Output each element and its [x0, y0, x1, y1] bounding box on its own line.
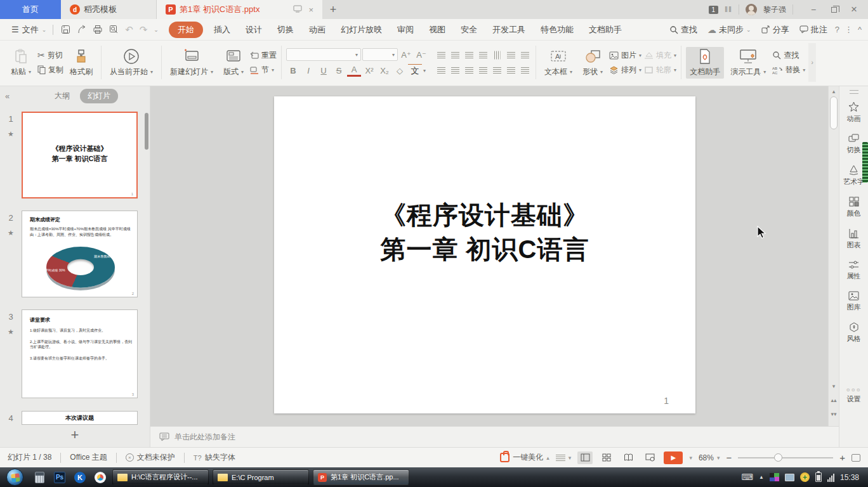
task-list-icon[interactable]: ‖‖ — [725, 5, 732, 14]
clock[interactable]: 15:38 — [840, 473, 859, 482]
paste-button[interactable]: 粘贴▾ — [7, 47, 35, 79]
new-slide-button[interactable]: 新建幻灯片▾ — [166, 47, 217, 79]
panel-scrollbar[interactable] — [145, 113, 148, 150]
share-button[interactable]: 分享 — [759, 24, 792, 36]
menu-tab-design[interactable]: 设计 — [239, 22, 269, 38]
sidebar-item-wordart[interactable]: 艺术字 — [843, 165, 864, 186]
next-slide-icon[interactable]: ▾▾ — [829, 411, 839, 417]
line-spacing-button[interactable] — [504, 65, 517, 75]
taskbar-window-explorer-1[interactable]: H:\C语言程序设计--... — [112, 469, 209, 485]
italic-button[interactable]: I — [301, 64, 315, 77]
pin-tab-icon[interactable] — [293, 5, 302, 13]
format-painter-button[interactable]: 格式刷 — [66, 47, 96, 79]
outline-tab[interactable]: 大纲 — [47, 89, 77, 103]
file-menu[interactable]: ☰ 文件 ⌄ — [6, 24, 51, 36]
theme-name[interactable]: Office 主题 — [70, 452, 107, 463]
zoom-level[interactable]: 68% ▾ — [699, 453, 720, 462]
bold-button[interactable]: B — [286, 64, 300, 77]
user-avatar[interactable] — [746, 4, 757, 15]
superscript-button[interactable]: X² — [362, 64, 376, 77]
replace-button[interactable]: ABAC替换▾ — [772, 65, 805, 75]
align-left-button[interactable] — [435, 65, 447, 75]
justify-button[interactable] — [477, 65, 489, 75]
slide-counter[interactable]: 幻灯片 1 / 38 — [8, 452, 51, 463]
sidebar-item-settings[interactable]: ○○○ 设置 — [839, 386, 868, 404]
outline-button[interactable]: 轮廓▾ — [644, 65, 676, 75]
zoom-in-button[interactable]: + — [839, 452, 845, 463]
phonetic-guide-button[interactable]: 文 — [408, 64, 422, 77]
arrange-button[interactable]: 排列▾ — [609, 65, 641, 75]
tab-document[interactable]: P 第1章 初识C语言.pptx × — [156, 0, 322, 19]
text-direction-button[interactable] — [490, 49, 503, 60]
menu-tab-insert[interactable]: 插入 — [207, 22, 237, 38]
menu-tab-view[interactable]: 视图 — [422, 22, 452, 38]
sidebar-item-chart[interactable]: 图表 — [847, 228, 861, 250]
taskbar-wps-icon[interactable] — [92, 469, 109, 486]
close-window-button[interactable]: × — [845, 3, 863, 16]
slide-thumbnail-1[interactable]: 《程序设计基础》 第一章 初识C语言 1 — [22, 112, 138, 198]
undo-icon[interactable]: ↶ — [125, 24, 133, 36]
reading-view-button[interactable] — [621, 451, 636, 464]
decrease-font-button[interactable]: A⁻ — [414, 48, 428, 61]
network-signal-icon[interactable] — [827, 473, 834, 482]
slide-title-text[interactable]: 《程序设计基础》 第一章 初识C语言 — [274, 198, 695, 266]
close-tab-icon[interactable]: × — [308, 5, 313, 15]
vertical-scrollbar[interactable]: ▴ ▾ ▴▴ ▾▾ — [828, 86, 839, 426]
increase-font-button[interactable]: A⁺ — [399, 48, 413, 61]
columns-button[interactable] — [504, 49, 517, 60]
doc-assistant-button[interactable]: 文档助手 — [686, 47, 724, 79]
collapse-ribbon-icon[interactable]: ^ — [858, 25, 862, 34]
reset-button[interactable]: 重置 — [250, 50, 277, 61]
tab-home[interactable]: 首页 — [0, 0, 61, 19]
shapes-button[interactable]: 形状▾ — [579, 47, 607, 79]
normal-view-button[interactable] — [577, 451, 593, 464]
scrollbar-thumb[interactable] — [830, 96, 838, 129]
textbox-button[interactable]: A 文本框▾ — [541, 47, 576, 79]
find-button[interactable]: 查找 — [772, 50, 805, 61]
menu-tab-transition[interactable]: 切换 — [270, 22, 301, 38]
paragraph-mark-button[interactable] — [518, 49, 531, 60]
slides-tab[interactable]: 幻灯片 — [80, 89, 118, 103]
decrease-indent-button[interactable] — [463, 49, 475, 60]
taskbar-photoshop-icon[interactable]: Ps — [51, 469, 68, 486]
zoom-slider[interactable] — [738, 457, 833, 458]
slide-sorter-button[interactable] — [599, 451, 614, 464]
show-hidden-icons[interactable]: ▲ — [759, 474, 764, 480]
sidebar-item-properties[interactable]: 属性 — [847, 260, 861, 281]
slide-thumbnail-2[interactable]: 期末成绩评定 期末总成绩=30%平时成绩+70%期末卷面成绩 其中平时成绩由：上… — [22, 211, 138, 297]
username[interactable]: 黎子强 — [763, 4, 786, 15]
font-name-select[interactable]: ▾ — [286, 48, 361, 61]
tray-display-icon[interactable] — [785, 474, 794, 481]
tray-app-icon[interactable] — [770, 473, 779, 481]
align-right-button[interactable] — [463, 65, 475, 75]
missing-font[interactable]: T? 缺失字体 — [194, 452, 235, 463]
menu-tab-animation[interactable]: 动画 — [302, 22, 332, 38]
collapse-panel-icon[interactable]: « — [5, 91, 18, 101]
minimize-button[interactable]: − — [805, 3, 822, 16]
comment-button[interactable]: 批注 — [797, 24, 830, 36]
font-color-button[interactable]: A — [347, 64, 361, 77]
keyboard-tray-icon[interactable]: ⌨ — [741, 472, 753, 482]
taskbar-k-app-icon[interactable]: K — [72, 469, 88, 486]
copy-button[interactable]: 复制 — [37, 65, 63, 75]
menu-tab-features[interactable]: 特色功能 — [534, 22, 581, 38]
redo-icon[interactable]: ↷ — [140, 24, 148, 36]
qat-more-icon[interactable]: ⌄ — [154, 27, 159, 33]
zoom-out-button[interactable]: − — [726, 452, 732, 463]
help-icon[interactable]: ? — [835, 25, 839, 34]
clear-format-button[interactable]: ◇ — [393, 64, 407, 77]
layout-button[interactable]: 版式▾ — [220, 47, 247, 79]
increase-indent-button[interactable] — [477, 49, 489, 60]
align-center-button[interactable] — [449, 65, 461, 75]
sidebar-item-color[interactable]: 颜色 — [847, 197, 861, 218]
previous-slide-icon[interactable]: ▴▴ — [829, 397, 839, 403]
menu-tab-slideshow[interactable]: 幻灯片放映 — [334, 22, 389, 38]
battery-icon[interactable] — [815, 472, 822, 482]
start-button[interactable] — [6, 469, 23, 486]
print-icon[interactable] — [93, 25, 103, 34]
strikethrough-button[interactable]: S — [332, 64, 346, 77]
taskbar-window-presentation[interactable]: P 第1章 初识C语言.pp... — [313, 469, 409, 485]
restore-button[interactable] — [825, 3, 843, 16]
slide-thumbnail-4[interactable]: 本次课议题 — [22, 411, 138, 425]
menu-tab-assistant[interactable]: 文档助手 — [582, 22, 629, 38]
